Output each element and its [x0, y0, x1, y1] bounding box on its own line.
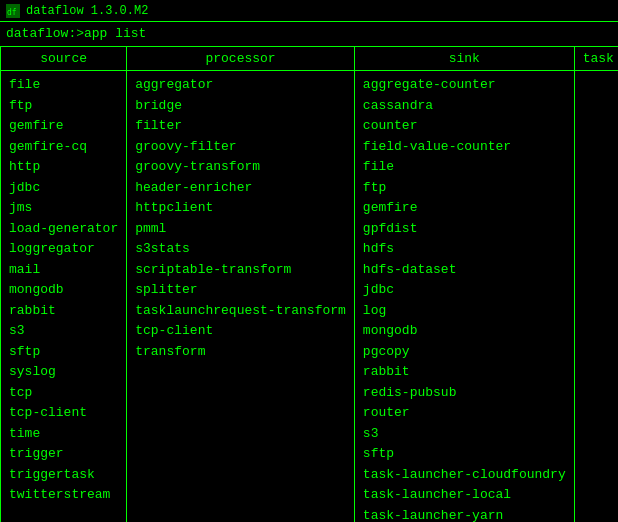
list-item: counter	[363, 116, 566, 136]
list-item: mongodb	[9, 280, 118, 300]
list-item: field-value-counter	[363, 137, 566, 157]
source-header: source	[1, 47, 127, 71]
list-item: splitter	[135, 280, 346, 300]
list-item: mongodb	[363, 321, 566, 341]
list-item: http	[9, 157, 118, 177]
list-item: scriptable-transform	[135, 260, 346, 280]
list-item: hdfs-dataset	[363, 260, 566, 280]
list-item: time	[9, 424, 118, 444]
list-item: groovy-transform	[135, 157, 346, 177]
list-item: pgcopy	[363, 342, 566, 362]
list-item: router	[363, 403, 566, 423]
list-item: task-launcher-cloudfoundry	[363, 465, 566, 485]
list-item: header-enricher	[135, 178, 346, 198]
list-item: aggregate-counter	[363, 75, 566, 95]
list-item: loggregator	[9, 239, 118, 259]
list-item: jdbc	[9, 178, 118, 198]
list-item: task-launcher-yarn	[363, 506, 566, 523]
sink-list: aggregate-countercassandracounterfield-v…	[363, 75, 566, 522]
list-item: rabbit	[9, 301, 118, 321]
list-item: task-launcher-local	[363, 485, 566, 505]
list-item: gemfire-cq	[9, 137, 118, 157]
task-cell	[574, 71, 618, 523]
list-item: syslog	[9, 362, 118, 382]
list-item: tcp-client	[135, 321, 346, 341]
list-item: tcp-client	[9, 403, 118, 423]
list-item: s3stats	[135, 239, 346, 259]
list-item: redis-pubsub	[363, 383, 566, 403]
list-item: aggregator	[135, 75, 346, 95]
app-list-table: source processor sink task fileftpgemfir…	[0, 46, 618, 522]
title-bar: df dataflow 1.3.0.M2	[0, 0, 618, 22]
list-item: load-generator	[9, 219, 118, 239]
list-item: filter	[135, 116, 346, 136]
sink-header: sink	[354, 47, 574, 71]
list-item: pmml	[135, 219, 346, 239]
window-title: dataflow 1.3.0.M2	[26, 4, 148, 18]
list-item: triggertask	[9, 465, 118, 485]
list-item: groovy-filter	[135, 137, 346, 157]
list-item: sftp	[9, 342, 118, 362]
list-item: trigger	[9, 444, 118, 464]
list-item: cassandra	[363, 96, 566, 116]
list-item: s3	[9, 321, 118, 341]
list-item: ftp	[363, 178, 566, 198]
sink-cell: aggregate-countercassandracounterfield-v…	[354, 71, 574, 523]
list-item: mail	[9, 260, 118, 280]
list-item: rabbit	[363, 362, 566, 382]
command-line: dataflow:>app list	[0, 22, 618, 46]
list-item: tasklaunchrequest-transform	[135, 301, 346, 321]
list-item: transform	[135, 342, 346, 362]
list-item: sftp	[363, 444, 566, 464]
list-item: s3	[363, 424, 566, 444]
list-item: jms	[9, 198, 118, 218]
list-item: file	[363, 157, 566, 177]
list-item: file	[9, 75, 118, 95]
list-item: gemfire	[363, 198, 566, 218]
task-header: task	[574, 47, 618, 71]
list-item: gpfdist	[363, 219, 566, 239]
list-item: hdfs	[363, 239, 566, 259]
list-item: bridge	[135, 96, 346, 116]
source-list: fileftpgemfiregemfire-cqhttpjdbcjmsload-…	[9, 75, 118, 505]
list-item: gemfire	[9, 116, 118, 136]
apps-row: fileftpgemfiregemfire-cqhttpjdbcjmsload-…	[1, 71, 619, 523]
list-item: jdbc	[363, 280, 566, 300]
source-cell: fileftpgemfiregemfire-cqhttpjdbcjmsload-…	[1, 71, 127, 523]
app-icon: df	[6, 4, 20, 18]
processor-header: processor	[127, 47, 355, 71]
list-item: ftp	[9, 96, 118, 116]
list-item: httpclient	[135, 198, 346, 218]
processor-list: aggregatorbridgefiltergroovy-filtergroov…	[135, 75, 346, 361]
list-item: log	[363, 301, 566, 321]
svg-text:df: df	[7, 8, 17, 17]
processor-cell: aggregatorbridgefiltergroovy-filtergroov…	[127, 71, 355, 523]
list-item: tcp	[9, 383, 118, 403]
list-item: twitterstream	[9, 485, 118, 505]
